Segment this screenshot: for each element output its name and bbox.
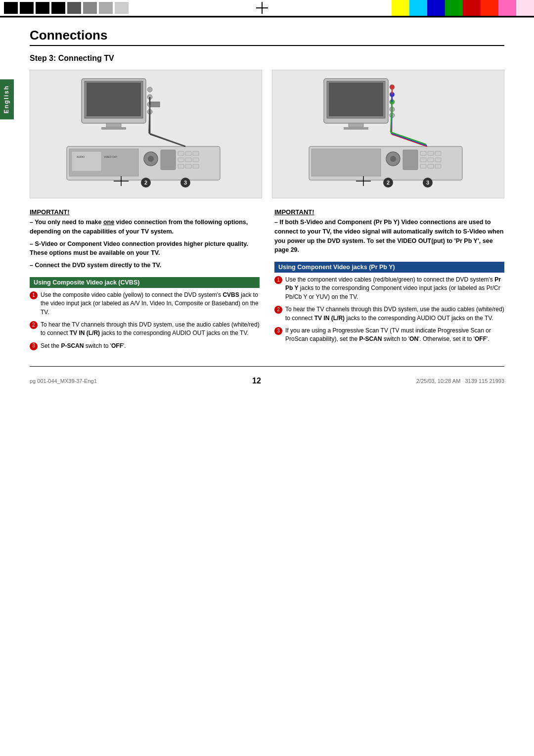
svg-rect-52 <box>420 151 426 155</box>
svg-line-64 <box>391 133 427 145</box>
content-left: IMPORTANT! – You only need to make one v… <box>30 208 260 356</box>
footer-right: 2/25/03, 10:28 AM 3139 115 21993 <box>416 378 504 384</box>
list-item: 1 Use the composite video cable (yellow)… <box>30 291 260 317</box>
footer-page-number: 12 <box>252 377 261 385</box>
svg-rect-20 <box>185 164 191 168</box>
diagram-box-left: AUDIO VIDEO OUT 2 3 <box>30 70 262 198</box>
svg-text:2: 2 <box>144 180 147 186</box>
step-heading: Step 3: Connecting TV <box>30 54 504 63</box>
svg-line-62 <box>392 134 427 146</box>
svg-rect-53 <box>420 158 426 162</box>
swatch-7 <box>99 2 113 14</box>
swatch-5 <box>67 2 81 14</box>
swatch-2 <box>20 2 34 14</box>
crosshair-icon <box>256 2 268 14</box>
svg-rect-54 <box>420 164 426 168</box>
black-swatches <box>0 0 133 16</box>
svg-rect-17 <box>178 164 184 168</box>
title-rule <box>30 45 504 46</box>
color-bar <box>0 0 534 16</box>
svg-rect-19 <box>185 158 191 162</box>
diagram-right: 2 3 <box>272 70 504 198</box>
list-item: 2 To hear the TV channels through this D… <box>30 321 260 338</box>
list-text-1: Use the composite video cable (yellow) t… <box>41 291 260 317</box>
swatch-red <box>481 0 498 16</box>
component-list: 1 Use the component video cables (red/bl… <box>274 276 504 344</box>
svg-rect-59 <box>435 158 441 162</box>
swatch-cyan <box>409 0 427 16</box>
composite-list: 1 Use the composite video cable (yellow)… <box>30 291 260 350</box>
important-text-right: – If both S-Video and Component (Pr Pb Y… <box>274 218 504 255</box>
important-text-left: – You only need to make one video connec… <box>30 218 260 270</box>
svg-rect-14 <box>161 150 176 170</box>
svg-rect-2 <box>87 83 141 116</box>
list-item: 1 Use the component video cables (red/bl… <box>274 276 504 301</box>
svg-rect-58 <box>435 151 441 155</box>
list-text-r3: If you are using a Progressive Scan TV (… <box>285 327 504 344</box>
crosshair-center <box>133 0 392 16</box>
section-composite-header: Using Composite Video jack (CVBS) <box>30 277 260 288</box>
page-content: Connections Step 3: Connecting TV <box>0 18 534 405</box>
svg-rect-57 <box>428 164 434 168</box>
svg-rect-39 <box>329 83 383 116</box>
device-illustration-right: 2 3 <box>272 70 504 198</box>
svg-point-50 <box>390 156 396 162</box>
swatch-8 <box>115 2 129 14</box>
svg-line-30 <box>149 133 184 146</box>
list-num-2: 2 <box>30 321 38 329</box>
svg-rect-41 <box>344 127 368 130</box>
device-illustration-left: AUDIO VIDEO OUT 2 3 <box>30 70 262 198</box>
svg-point-5 <box>147 87 152 92</box>
swatch-light-pink <box>516 0 534 16</box>
swatch-1 <box>4 2 18 14</box>
svg-rect-21 <box>193 151 199 155</box>
svg-text:VIDEO OUT: VIDEO OUT <box>104 155 118 158</box>
swatch-4 <box>51 2 65 14</box>
svg-rect-22 <box>193 158 199 162</box>
svg-rect-23 <box>193 164 199 168</box>
section-component-header: Using Component Video jacks (Pr Pb Y) <box>274 262 504 273</box>
svg-rect-3 <box>106 123 121 127</box>
color-swatches-right <box>392 0 534 16</box>
important-left: IMPORTANT! – You only need to make one v… <box>30 208 260 270</box>
list-num-3: 3 <box>30 342 38 350</box>
svg-text:3: 3 <box>426 180 429 186</box>
list-num-r1: 1 <box>274 276 282 284</box>
content-right: IMPORTANT! – If both S-Video and Compone… <box>274 208 504 356</box>
list-item: 3 Set the P-SCAN switch to 'OFF'. <box>30 342 260 350</box>
list-item: 2 To hear the TV channels through this D… <box>274 305 504 323</box>
svg-rect-16 <box>178 158 184 162</box>
bottom-rule <box>30 366 504 367</box>
content-row: IMPORTANT! – You only need to make one v… <box>30 208 504 356</box>
section-component: Using Component Video jacks (Pr Pb Y) 1 … <box>274 262 504 344</box>
page-title: Connections <box>30 28 504 43</box>
swatch-pink <box>498 0 516 16</box>
svg-rect-24 <box>72 151 101 171</box>
svg-rect-18 <box>185 151 191 155</box>
swatch-6 <box>83 2 97 14</box>
diagram-box-right: 2 3 <box>272 70 504 198</box>
diagram-row: AUDIO VIDEO OUT 2 3 <box>30 70 504 198</box>
section-composite: Using Composite Video jack (CVBS) 1 Use … <box>30 277 260 350</box>
important-label-right: IMPORTANT! <box>274 208 504 216</box>
svg-rect-40 <box>349 123 363 127</box>
footer-left: pg 001-044_MX39-37-Eng1 <box>30 378 97 384</box>
swatch-red-dark <box>463 0 481 16</box>
list-text-2: To hear the TV channels through this DVD… <box>41 321 260 338</box>
svg-rect-15 <box>178 151 184 155</box>
list-text-r1: Use the component video cables (red/blue… <box>285 276 504 301</box>
important-label-left: IMPORTANT! <box>30 208 260 216</box>
page-footer: pg 001-044_MX39-37-Eng1 12 2/25/03, 10:2… <box>30 377 504 385</box>
list-text-r2: To hear the TV channels through this DVD… <box>285 305 504 323</box>
svg-point-13 <box>148 156 154 162</box>
svg-rect-48 <box>312 149 381 176</box>
diagram-left: AUDIO VIDEO OUT 2 3 <box>30 70 262 198</box>
swatch-green <box>445 0 463 16</box>
svg-text:AUDIO: AUDIO <box>77 155 85 158</box>
svg-text:3: 3 <box>184 180 187 186</box>
svg-rect-56 <box>428 158 434 162</box>
list-num-r2: 2 <box>274 306 282 314</box>
footer-date: 2/25/03, 10:28 AM <box>416 378 460 384</box>
list-num-1: 1 <box>30 291 38 299</box>
list-num-r3: 3 <box>274 327 282 335</box>
